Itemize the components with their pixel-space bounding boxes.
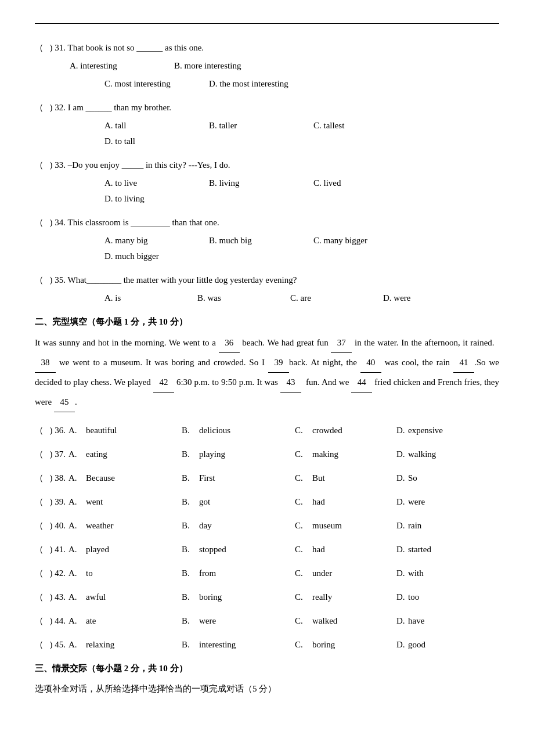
- cloze-q39: （ ) 39. A. went B. got C. had D. were: [35, 494, 499, 510]
- q33-paren: （: [35, 157, 45, 173]
- q33-optB: B. living: [209, 175, 313, 191]
- q33-text: ) 33. –Do you enjoy _____ in this city? …: [45, 157, 230, 173]
- c36-num: ) 36.: [45, 423, 68, 438]
- q34-optD: D. much bigger: [104, 249, 209, 264]
- cloze-q38: （ ) 38. A. Because B. First C. But D. So: [35, 470, 499, 486]
- blank-44: 44: [351, 373, 372, 393]
- c36-optC: crowded: [312, 423, 396, 438]
- c45-optA: relaxing: [86, 637, 182, 653]
- cloze-q36: （ ) 36. A. beautiful B. delicious C. cro…: [35, 423, 499, 438]
- q33-optC: C. lived: [313, 175, 418, 191]
- c40-optC: museum: [312, 518, 396, 534]
- blank-42: 42: [153, 373, 174, 393]
- q32-text: ) 32. I am ______ than my brother.: [45, 100, 171, 116]
- c37-optB: playing: [199, 447, 295, 462]
- top-divider: [35, 23, 499, 24]
- passage: It was sunny and hot in the morning. We …: [35, 333, 499, 412]
- c44-optA: ate: [86, 613, 182, 629]
- cloze-q43: （ ) 43. A. awful B. boring C. really D. …: [35, 589, 499, 605]
- q31-optD: D. the most interesting: [209, 76, 313, 92]
- c43-optA: awful: [86, 589, 182, 605]
- c38-optA: Because: [86, 470, 182, 486]
- blank-36: 36: [219, 333, 240, 353]
- q34-optB: B. much big: [209, 233, 313, 249]
- question-35: （ ) 35. What________ the matter with you…: [35, 272, 499, 306]
- q34-text: ) 34. This classroom is _________ than t…: [45, 215, 219, 231]
- c38-optD: So: [408, 470, 417, 486]
- c36-optB-label: B.: [182, 423, 199, 438]
- blank-40: 40: [360, 353, 381, 373]
- q32-optB: B. taller: [209, 118, 313, 134]
- c38-optC: But: [312, 470, 396, 486]
- c44-optD: have: [408, 613, 424, 629]
- c36-optD-label: D.: [396, 423, 408, 438]
- c42-optA: to: [86, 566, 182, 581]
- c39-optC: had: [312, 494, 396, 510]
- c45-optC: boring: [312, 637, 396, 653]
- q35-optD: D. were: [383, 290, 453, 306]
- c39-optB: got: [199, 494, 295, 510]
- cloze-q40: （ ) 40. A. weather B. day C. museum D. r…: [35, 518, 499, 534]
- c44-optC: walked: [312, 613, 396, 629]
- q34-optA: A. many big: [104, 233, 209, 249]
- q31-text: ) 31. That book is not so ______ as this…: [45, 40, 204, 56]
- question-34: （ ) 34. This classroom is _________ than…: [35, 215, 499, 264]
- c36-optC-label: C.: [295, 423, 312, 438]
- q35-optA: A. is: [104, 290, 197, 306]
- section3-subtitle: 选项补全对话，从所给选择中选择恰当的一项完成对话（5 分）: [35, 680, 499, 697]
- section2-title: 二、完型填空（每小题 1 分，共 10 分）: [35, 316, 499, 327]
- c40-optD: rain: [408, 518, 421, 534]
- blank-45: 45: [54, 393, 75, 412]
- q35-optB: B. was: [197, 290, 290, 306]
- section3-title: 三、情景交际（每小题 2 分，共 10 分）: [35, 663, 499, 674]
- blank-38: 38: [35, 353, 56, 373]
- question-32: （ ) 32. I am ______ than my brother. A. …: [35, 100, 499, 149]
- c36-optB: delicious: [199, 423, 295, 438]
- c42-optB: from: [199, 566, 295, 581]
- q32-paren: （: [35, 100, 45, 116]
- cloze-q44: （ ) 44. A. ate B. were C. walked D. have: [35, 613, 499, 629]
- blank-37: 37: [331, 333, 352, 353]
- q33-optD: D. to living: [104, 191, 209, 207]
- c39-optD: were: [408, 494, 425, 510]
- c40-optB: day: [199, 518, 295, 534]
- c43-optB: boring: [199, 589, 295, 605]
- c41-optC: had: [312, 542, 396, 557]
- c39-optA: went: [86, 494, 182, 510]
- cloze-questions: （ ) 36. A. beautiful B. delicious C. cro…: [35, 423, 499, 653]
- q31-paren: （: [35, 40, 45, 56]
- q31-optC: C. most interesting: [104, 76, 209, 92]
- c40-optA: weather: [86, 518, 182, 534]
- q31-optA: A. interesting: [70, 58, 174, 74]
- question-31: （ ) 31. That book is not so ______ as th…: [35, 40, 499, 92]
- c37-optD: walking: [408, 447, 436, 462]
- c37-optC: making: [312, 447, 396, 462]
- c45-optD: good: [408, 637, 425, 653]
- c42-optD: with: [408, 566, 424, 581]
- c43-optD: too: [408, 589, 419, 605]
- c41-optD: started: [408, 542, 431, 557]
- c43-optC: really: [312, 589, 396, 605]
- c36-optD: expensive: [408, 423, 443, 438]
- c41-optA: played: [86, 542, 182, 557]
- c36-optA: beautiful: [86, 423, 182, 438]
- q32-optC: C. tallest: [313, 118, 418, 134]
- c36-paren-open: （: [35, 423, 45, 438]
- q35-optC: C. are: [290, 290, 383, 306]
- cloze-q41: （ ) 41. A. played B. stopped C. had D. s…: [35, 542, 499, 557]
- q34-optC: C. many bigger: [313, 233, 418, 249]
- cloze-q37: （ ) 37. A. eating B. playing C. making D…: [35, 447, 499, 462]
- q32-optD: D. to tall: [104, 134, 209, 149]
- c45-optB: interesting: [199, 637, 295, 653]
- q35-paren: （: [35, 272, 45, 288]
- c38-optB: First: [199, 470, 295, 486]
- question-33: （ ) 33. –Do you enjoy _____ in this city…: [35, 157, 499, 207]
- q32-optA: A. tall: [104, 118, 209, 134]
- cloze-q42: （ ) 42. A. to B. from C. under D. with: [35, 566, 499, 581]
- q35-text: ) 35. What________ the matter with your …: [45, 272, 297, 288]
- c36-optA-label: A.: [68, 423, 86, 438]
- q31-optB: B. more interesting: [174, 58, 279, 74]
- blank-39: 39: [268, 353, 289, 373]
- cloze-q45: （ ) 45. A. relaxing B. interesting C. bo…: [35, 637, 499, 653]
- q33-optA: A. to live: [104, 175, 209, 191]
